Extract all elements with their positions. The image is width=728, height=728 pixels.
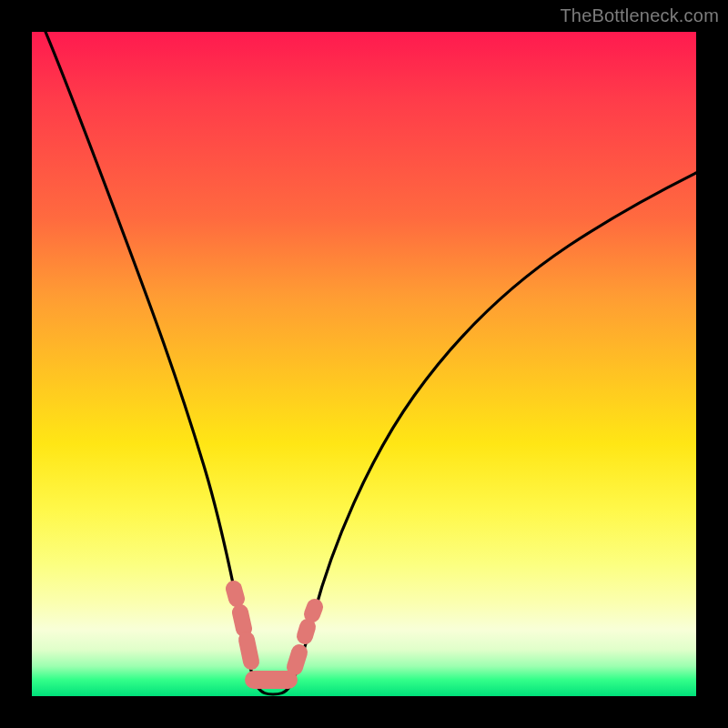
chart-canvas [32,32,696,696]
outer-frame: TheBottleneck.com [0,0,728,728]
bottleneck-curve [46,32,696,694]
watermark-text: TheBottleneck.com [560,5,719,26]
plot-area [32,32,696,696]
highlight-segment [234,589,315,680]
